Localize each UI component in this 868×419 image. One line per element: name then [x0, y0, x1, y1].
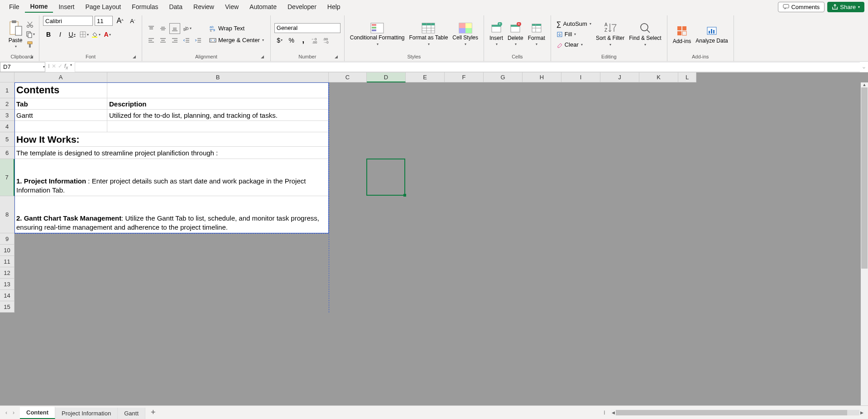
underline-button[interactable]: U▾ — [67, 29, 77, 40]
paste-dropdown[interactable]: ▾ — [15, 44, 17, 48]
row-header-7[interactable]: 7 — [0, 159, 14, 196]
cell[interactable]: Gantt — [14, 110, 107, 121]
cell[interactable]: Description — [107, 98, 329, 110]
column-header-J[interactable]: J — [600, 72, 639, 82]
share-button[interactable]: Share ▾ — [827, 2, 864, 12]
comments-button[interactable]: Comments — [778, 2, 825, 12]
merge-center-button[interactable]: Merge & Center▾ — [206, 35, 267, 46]
sheet-next-button[interactable]: › — [13, 409, 14, 416]
wrap-text-button[interactable]: abcWrap Text — [206, 23, 267, 34]
row-header-11[interactable]: 11 — [0, 256, 14, 267]
conditional-formatting-button[interactable]: Conditional Formatting▾ — [348, 21, 407, 47]
fb-dropdown[interactable]: ⁞ — [48, 63, 50, 70]
align-middle-button[interactable] — [158, 23, 168, 34]
clipboard-launcher[interactable]: ◢ — [28, 53, 34, 60]
alignment-launcher[interactable]: ◢ — [259, 53, 266, 60]
row-header-13[interactable]: 13 — [0, 279, 14, 290]
row-header-2[interactable]: 2 — [0, 98, 14, 110]
column-header-G[interactable]: G — [484, 72, 523, 82]
select-all-corner[interactable] — [0, 72, 14, 82]
row-header-4[interactable]: 4 — [0, 121, 14, 132]
cut-button[interactable] — [24, 20, 35, 29]
format-cells-button[interactable]: Format▾ — [526, 21, 547, 47]
sheet-prev-button[interactable]: ‹ — [5, 409, 7, 416]
row-header-9[interactable]: 9 — [0, 233, 14, 245]
percent-button[interactable]: % — [286, 35, 297, 46]
column-header-K[interactable]: K — [639, 72, 678, 82]
vertical-scrollbar[interactable]: ▲ — [861, 82, 868, 405]
tab-formulas[interactable]: Formulas — [126, 1, 163, 12]
tab-review[interactable]: Review — [188, 1, 220, 12]
bold-button[interactable]: B — [43, 29, 54, 40]
sort-filter-button[interactable]: AZ Sort & Filter▾ — [594, 21, 626, 47]
font-size-select[interactable] — [95, 16, 113, 26]
delete-cells-button[interactable]: × Delete▾ — [506, 21, 525, 47]
analyze-data-button[interactable]: Analyze Data — [694, 24, 729, 45]
increase-decimal-button[interactable]: ←0.00 — [310, 35, 321, 46]
add-sheet-button[interactable]: + — [145, 408, 161, 417]
column-header-A[interactable]: A — [14, 72, 107, 82]
copy-button[interactable]: ▾ — [24, 30, 35, 39]
orientation-button[interactable]: ab▾ — [181, 23, 192, 34]
comma-button[interactable]: , — [298, 35, 309, 46]
cell[interactable]: Utilized for the to-do list, planning, a… — [107, 110, 329, 121]
tab-view[interactable]: View — [220, 1, 244, 12]
align-right-button[interactable] — [169, 35, 180, 46]
sheet-tab-content[interactable]: Content — [20, 407, 55, 419]
currency-button[interactable]: $▾ — [274, 35, 285, 46]
sheet-tab-gantt[interactable]: Gantt — [118, 408, 145, 419]
tab-insert[interactable]: Insert — [53, 1, 80, 12]
sheet-tab-project-information[interactable]: Project Information — [55, 408, 118, 419]
increase-indent-button[interactable] — [193, 35, 204, 46]
insert-function-button[interactable]: fx — [64, 63, 68, 70]
row-header-12[interactable]: 12 — [0, 267, 14, 279]
expand-formula-bar-button[interactable]: ⌵ — [860, 64, 868, 69]
row-header-6[interactable]: 6 — [0, 147, 14, 159]
align-bottom-button[interactable] — [169, 23, 180, 34]
align-top-button[interactable] — [146, 23, 157, 34]
row-header-14[interactable]: 14 — [0, 290, 14, 301]
decrease-font-button[interactable]: Aˇ — [127, 15, 138, 26]
cell[interactable] — [14, 121, 107, 132]
paste-icon[interactable] — [8, 20, 23, 36]
cell[interactable]: Tab — [14, 98, 107, 110]
number-format-select[interactable] — [274, 23, 340, 33]
column-header-I[interactable]: I — [561, 72, 600, 82]
row-header-15[interactable]: 15 — [0, 301, 14, 313]
column-header-L[interactable]: L — [678, 72, 696, 82]
tab-automate[interactable]: Automate — [244, 1, 282, 12]
column-header-B[interactable]: B — [107, 72, 329, 82]
insert-cells-button[interactable]: + Insert▾ — [488, 21, 505, 47]
align-center-button[interactable] — [158, 35, 168, 46]
column-header-E[interactable]: E — [406, 72, 445, 82]
formula-input[interactable] — [75, 62, 860, 72]
column-header-F[interactable]: F — [445, 72, 484, 82]
horizontal-scrollbar[interactable]: ◀ ▶ — [611, 409, 864, 416]
clear-button[interactable]: Clear▾ — [555, 40, 593, 50]
cancel-formula-button[interactable]: ✕ — [52, 63, 56, 70]
row-header-1[interactable]: 1 — [0, 82, 14, 98]
italic-button[interactable]: I — [55, 29, 66, 40]
cell[interactable]: 2. Gantt Chart Task Management: Utilize … — [14, 196, 329, 233]
cell-styles-button[interactable]: Cell Styles▾ — [451, 21, 480, 47]
addins-button[interactable]: Add-ins — [671, 24, 693, 45]
enter-formula-button[interactable]: ✓ — [58, 63, 62, 70]
fx-dropdown[interactable]: ▾ — [70, 63, 72, 70]
cell[interactable] — [107, 82, 329, 98]
tab-home[interactable]: Home — [25, 1, 53, 13]
column-header-C[interactable]: C — [329, 72, 367, 82]
tab-developer[interactable]: Developer — [282, 1, 322, 12]
row-header-8[interactable]: 8 — [0, 196, 14, 233]
row-header-5[interactable]: 5 — [0, 132, 14, 147]
fill-handle[interactable] — [403, 194, 406, 197]
row-header-3[interactable]: 3 — [0, 110, 14, 121]
tab-file[interactable]: File — [4, 1, 25, 12]
align-left-button[interactable] — [146, 35, 157, 46]
column-header-D[interactable]: D — [367, 72, 406, 82]
tab-page-layout[interactable]: Page Layout — [80, 1, 126, 12]
decrease-indent-button[interactable] — [181, 35, 192, 46]
cell[interactable]: 1. Project Information : Enter project d… — [14, 159, 329, 196]
number-launcher[interactable]: ◢ — [333, 53, 340, 60]
cell[interactable] — [107, 121, 329, 132]
sheet-options-button[interactable]: ⁞ — [598, 409, 611, 416]
